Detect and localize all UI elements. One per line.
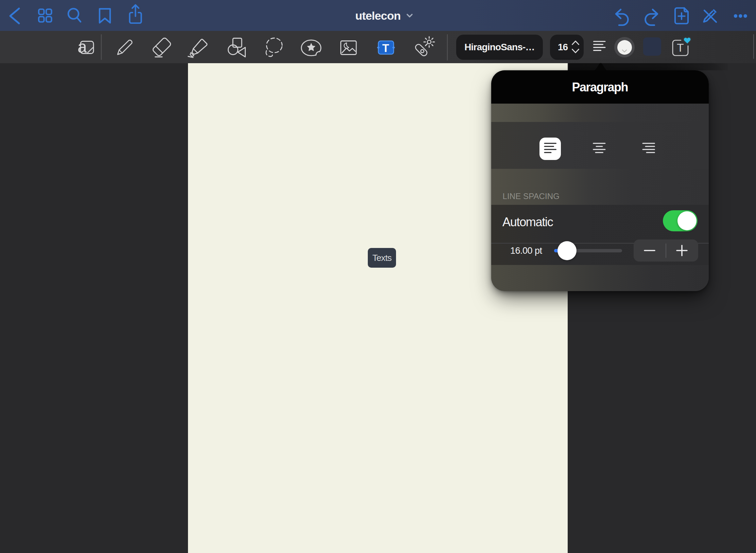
svg-text:T: T (677, 41, 684, 54)
svg-text:a: a (78, 37, 87, 56)
svg-text:T: T (382, 42, 389, 54)
